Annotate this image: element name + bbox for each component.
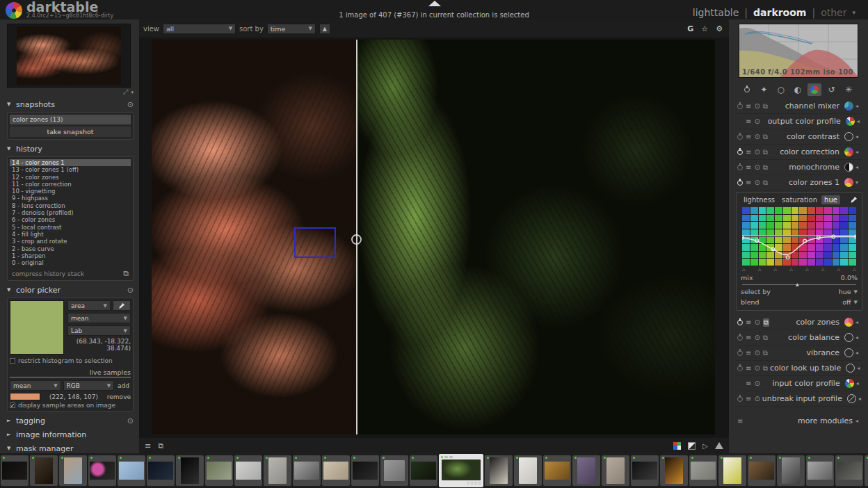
compress-history-icon[interactable]: ⧉: [123, 269, 129, 278]
snapshot-item[interactable]: color zones (13): [10, 115, 131, 124]
filmstrip-thumbnail[interactable]: [147, 455, 175, 486]
module-instance-icon[interactable]: ⧉: [763, 102, 768, 111]
module-instance-icon[interactable]: ⧉: [763, 334, 768, 342]
history-item[interactable]: 10 - vignetting: [10, 188, 131, 195]
module-presets-icon[interactable]: ≡: [746, 380, 751, 387]
module-color-zones[interactable]: ≡⊙⧉color zones◂: [736, 315, 862, 330]
zone-boundary-marker[interactable]: △: [837, 266, 841, 271]
module-output-color-profile[interactable]: ≡⊙output color profile◂: [736, 114, 862, 129]
filmstrip-thumbnail[interactable]: [293, 455, 321, 486]
zone-boundary-marker[interactable]: △: [805, 266, 809, 271]
history-item[interactable]: 7 - denoise (profiled): [10, 209, 131, 216]
color-sample-area-rect[interactable]: [294, 227, 336, 258]
filmstrip-thumbnail[interactable]: [572, 455, 600, 486]
filmstrip-thumbnail[interactable]: [59, 455, 87, 486]
filmstrip-thumbnail[interactable]: [602, 455, 629, 486]
module-presets-icon[interactable]: ≡: [746, 349, 751, 357]
filmstrip-thumbnail[interactable]: [835, 455, 863, 486]
filmstrip-thumbnail[interactable]: [351, 455, 379, 486]
tone-group-icon[interactable]: ◐: [791, 83, 805, 96]
filmstrip-thumbnail[interactable]: [205, 455, 233, 486]
module-presets-icon[interactable]: ≡: [746, 148, 751, 156]
module-power-icon[interactable]: [737, 350, 743, 356]
view-dropdown-caret[interactable]: ▾: [852, 9, 855, 16]
filmstrip-thumbnail[interactable]: [718, 455, 746, 486]
expander-arrow-icon[interactable]: ◂: [855, 319, 861, 325]
history-item[interactable]: 12 - color zones: [10, 174, 131, 181]
mix-slider[interactable]: ▲: [742, 282, 856, 285]
zone-boundary-marker[interactable]: △: [853, 266, 856, 271]
snapshot-divider-handle[interactable]: [351, 234, 362, 245]
module-vibrance[interactable]: ≡⊙⧉vibrance◂: [736, 345, 862, 361]
history-item[interactable]: 1 - sharpen: [10, 252, 131, 259]
remove-sample-button[interactable]: remove: [107, 393, 131, 400]
module-presets-icon[interactable]: ≡: [746, 334, 751, 341]
module-reset-icon[interactable]: ⊙: [754, 334, 760, 341]
filmstrip-thumbnail[interactable]: [30, 455, 58, 486]
filmstrip-thumbnail[interactable]: [485, 455, 513, 486]
history-item[interactable]: 9 - highpass: [10, 195, 131, 202]
image-view[interactable]: [152, 40, 715, 434]
overlays-star-icon[interactable]: ☆: [699, 24, 710, 33]
zones-eyedropper-icon[interactable]: [850, 196, 858, 204]
overexposure-indicator-icon[interactable]: [688, 442, 696, 450]
softproof-icon[interactable]: ▷: [702, 442, 708, 450]
eyedropper-button[interactable]: [113, 300, 131, 311]
module-instance-icon[interactable]: ⧉: [763, 318, 769, 327]
basic-group-icon[interactable]: ○: [774, 83, 788, 96]
histogram[interactable]: 1/640 f/4.0 102mm iso 100: [739, 24, 858, 78]
favorites-group-icon[interactable]: ✦: [757, 83, 771, 96]
darkroom-canvas[interactable]: [139, 38, 729, 438]
take-snapshot-button[interactable]: take snapshot: [10, 127, 131, 137]
filmstrip-thumbnail-selected[interactable]: ☆☆☆☆: [439, 454, 483, 487]
module-presets-icon[interactable]: ≡: [746, 117, 751, 125]
collapse-top-panel-arrow[interactable]: [428, 1, 441, 6]
module-color-look-up-table[interactable]: ≡⊙⧉color look up table◂: [736, 361, 862, 376]
module-power-icon[interactable]: [737, 180, 743, 186]
module-color-zones-1[interactable]: ≡⊙⧉color zones 1▾: [736, 175, 862, 190]
module-power-icon[interactable]: [737, 165, 743, 170]
filmstrip-thumbnail[interactable]: [777, 455, 805, 486]
restrict-histogram-checkbox[interactable]: [10, 358, 15, 364]
filmstrip-thumbnail[interactable]: [380, 455, 408, 486]
module-power-icon[interactable]: [737, 396, 743, 402]
module-power-icon[interactable]: [737, 366, 743, 371]
navigation-preview[interactable]: [7, 24, 131, 88]
select-by-dropdown[interactable]: hue: [839, 288, 851, 295]
module-reset-icon[interactable]: ⊙: [754, 364, 760, 372]
module-input-color-profile[interactable]: ≡⊙input color profile◂: [736, 376, 862, 391]
chevron-down-icon[interactable]: ▼: [854, 300, 858, 305]
view-lighttable[interactable]: lighttable: [693, 7, 739, 18]
expander-arrow-icon[interactable]: ◂: [857, 365, 861, 371]
expander-arrow-icon[interactable]: ▾: [855, 179, 861, 186]
module-color-balance[interactable]: ≡⊙⧉color balance◂: [736, 330, 862, 345]
tab-hue[interactable]: hue: [821, 195, 840, 204]
navigation-thumbnail[interactable]: [17, 26, 121, 85]
add-sample-button[interactable]: add: [116, 382, 131, 389]
expander-arrow-icon[interactable]: ◂: [855, 334, 861, 341]
filmstrip-thumbnail[interactable]: [322, 455, 350, 486]
color-zones-curve-area[interactable]: [742, 207, 856, 266]
module-monochrome[interactable]: ≡⊙⧉monochrome◂: [736, 160, 862, 175]
history-item[interactable]: 0 - original: [10, 259, 131, 266]
filmstrip-thumbnail[interactable]: [806, 455, 834, 486]
expander-arrow-icon[interactable]: ◂: [855, 133, 861, 140]
filmstrip-thumbnail[interactable]: [514, 455, 542, 486]
filmstrip-thumbnail[interactable]: [410, 455, 437, 486]
module-presets-icon[interactable]: ≡: [746, 163, 751, 171]
module-reset-icon[interactable]: ⊙: [754, 148, 760, 156]
module-unbreak-input-profile[interactable]: ≡⊙unbreak input profile◂: [736, 391, 862, 407]
expander-arrow-icon[interactable]: ◂: [855, 103, 861, 109]
presets-icon[interactable]: ⊙: [127, 286, 134, 295]
filmstrip-thumbnail[interactable]: [264, 455, 291, 486]
module-presets-icon[interactable]: ≡: [746, 318, 751, 326]
expander-arrow-icon[interactable]: ◂: [857, 118, 861, 124]
filmstrip-thumbnail[interactable]: [660, 455, 688, 486]
history-item[interactable]: 8 - lens correction: [10, 202, 131, 209]
sample-stat-dropdown[interactable]: mean▼: [10, 380, 61, 391]
filmstrip-thumbnail[interactable]: [689, 455, 717, 486]
module-color-contrast[interactable]: ≡⊙⧉color contrast◂: [736, 129, 862, 145]
module-color-correction[interactable]: ≡⊙⧉color correction◂: [736, 145, 862, 160]
module-power-icon[interactable]: [737, 149, 743, 155]
module-instance-icon[interactable]: ⧉: [763, 148, 768, 156]
